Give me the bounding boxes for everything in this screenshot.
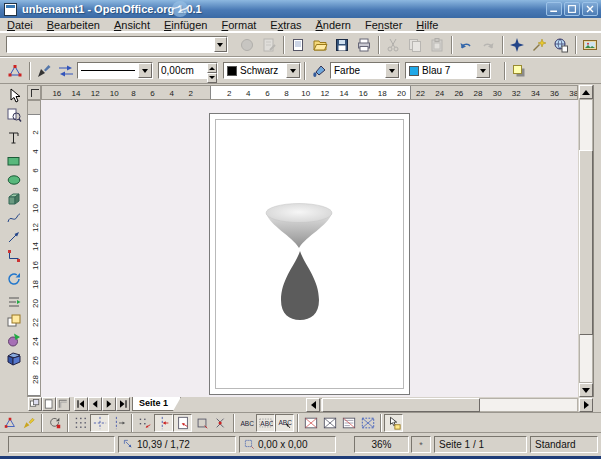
hyperlink-button[interactable] <box>550 34 572 55</box>
object3d-button[interactable] <box>2 189 26 208</box>
glue-points-mode-button[interactable] <box>19 414 38 432</box>
select-button[interactable] <box>2 86 26 105</box>
last-page-button[interactable] <box>116 397 130 411</box>
scroll-right-button[interactable] <box>579 398 593 412</box>
menu-fenster[interactable]: Fenster <box>358 18 409 32</box>
line-width-stepper[interactable] <box>207 63 217 78</box>
bean-wand-button[interactable] <box>528 34 550 55</box>
alignment-button[interactable] <box>2 292 26 311</box>
status-style-cell[interactable]: Standard <box>530 436 598 453</box>
status-page-cell[interactable]: Seite 1 / 1 <box>434 436 527 453</box>
text-placeholder-button[interactable] <box>339 414 358 432</box>
menu-datei[interactable]: Datei <box>0 18 40 32</box>
show-grid-button[interactable] <box>71 414 90 432</box>
fill-type-dropdown-icon[interactable] <box>385 63 399 78</box>
fill-type-combobox[interactable]: Farbe <box>330 62 400 79</box>
fill-color-dropdown-icon[interactable] <box>476 63 490 78</box>
show-guides-button[interactable] <box>90 414 109 432</box>
line-style-dropdown-icon[interactable] <box>138 63 152 78</box>
edit-points-button[interactable] <box>4 60 26 81</box>
first-page-button[interactable] <box>74 397 88 411</box>
navigator-button[interactable] <box>506 34 528 55</box>
horizontal-ruler[interactable]: 1614121086422468101214161820222426283032… <box>41 85 578 100</box>
lines-arrows-button[interactable] <box>2 227 26 246</box>
snap-to-grid-button[interactable] <box>135 414 154 432</box>
status-position-cell[interactable]: 10,39 / 1,72 <box>118 436 236 453</box>
fill-color-combobox[interactable]: Blau 7 <box>405 62 491 79</box>
ellipse-button[interactable] <box>2 170 26 189</box>
connector-button[interactable] <box>2 246 26 265</box>
menu-bearbeiten[interactable]: Bearbeiten <box>40 18 107 32</box>
scroll-left-button[interactable] <box>306 398 320 412</box>
page[interactable] <box>209 113 410 395</box>
close-button[interactable] <box>582 2 598 16</box>
page-mode-button[interactable] <box>42 397 56 411</box>
open-button[interactable] <box>309 34 331 55</box>
arrange-button[interactable] <box>2 311 26 330</box>
menu-ndern[interactable]: Ändern <box>309 18 358 32</box>
rectangle-button[interactable] <box>2 151 26 170</box>
save-button[interactable] <box>331 34 353 55</box>
page-tab-seite1[interactable]: Seite 1 <box>132 397 181 411</box>
line-style-combobox[interactable] <box>77 62 153 79</box>
url-dropdown-icon[interactable] <box>214 37 227 52</box>
area-dialog-button[interactable] <box>308 60 330 81</box>
new-document-button[interactable] <box>287 34 309 55</box>
effects-button[interactable] <box>2 330 26 349</box>
funnel-top[interactable] <box>266 204 332 223</box>
modify-attributes-button[interactable] <box>384 414 403 432</box>
arrow-ends-button[interactable] <box>55 60 77 81</box>
drop-shape[interactable] <box>281 251 319 320</box>
drawing-canvas[interactable] <box>41 100 578 397</box>
line-dialog-button[interactable] <box>33 60 55 81</box>
master-mode-button[interactable] <box>56 397 70 411</box>
guides-when-moving-button[interactable] <box>109 414 128 432</box>
snap-to-points-button[interactable] <box>211 414 230 432</box>
status-size-cell[interactable]: 0,00 x 0,00 <box>239 436 336 453</box>
picture-placeholder-button[interactable] <box>301 414 320 432</box>
menu-ansicht[interactable]: Ansicht <box>107 18 157 32</box>
curve-button[interactable] <box>2 208 26 227</box>
url-input[interactable] <box>7 37 214 52</box>
quick-edit-button[interactable]: ABC <box>237 414 256 432</box>
maximize-button[interactable] <box>564 2 580 16</box>
text-button[interactable] <box>2 128 26 147</box>
edit-points-mode-button[interactable] <box>0 414 19 432</box>
scroll-down-button[interactable] <box>579 383 593 397</box>
url-combobox[interactable] <box>6 36 228 53</box>
menu-extras[interactable]: Extras <box>263 18 308 32</box>
line-width-input[interactable] <box>159 63 207 78</box>
ruler-origin[interactable] <box>27 85 41 100</box>
line-color-combobox[interactable]: Schwarz <box>223 62 301 79</box>
scroll-up-button[interactable] <box>579 85 593 99</box>
contour-mode-button[interactable] <box>320 414 339 432</box>
snap-to-border-button[interactable] <box>192 414 211 432</box>
zoom-button[interactable] <box>2 105 26 124</box>
status-zoom-cell[interactable]: 36% <box>354 436 409 453</box>
minimize-button[interactable] <box>546 2 562 16</box>
undo-button[interactable] <box>455 34 477 55</box>
previous-page-button[interactable] <box>88 397 102 411</box>
double-click-edit-button[interactable]: ABC <box>275 414 294 432</box>
line-color-dropdown-icon[interactable] <box>286 63 300 78</box>
vertical-ruler[interactable]: 246810121416182022242628 <box>27 100 41 397</box>
title-bar[interactable]: unbenannt1 - OpenOffice.org 1.0.1 <box>0 0 601 18</box>
menu-hilfe[interactable]: Hilfe <box>409 18 445 32</box>
print-button[interactable] <box>353 34 375 55</box>
horizontal-scrollbar-thumb[interactable] <box>322 398 480 412</box>
shadow-button[interactable] <box>508 60 530 81</box>
snap-to-guides-button[interactable] <box>154 414 173 432</box>
rotation-mode-button[interactable] <box>45 414 64 432</box>
vertical-scrollbar-thumb[interactable] <box>579 150 593 335</box>
snap-to-margins-button[interactable] <box>173 414 192 432</box>
gallery-button[interactable] <box>579 34 601 55</box>
line-contour-button[interactable] <box>358 414 377 432</box>
menu-einfgen[interactable]: Einfügen <box>157 18 214 32</box>
select-text-area-button[interactable]: ABC <box>256 414 275 432</box>
rotate-button[interactable] <box>2 269 26 288</box>
next-page-button[interactable] <box>102 397 116 411</box>
menu-format[interactable]: Format <box>214 18 263 32</box>
controller3d-button[interactable] <box>2 349 26 368</box>
layer-mode-button[interactable] <box>28 397 42 411</box>
line-width-field[interactable] <box>158 62 218 79</box>
